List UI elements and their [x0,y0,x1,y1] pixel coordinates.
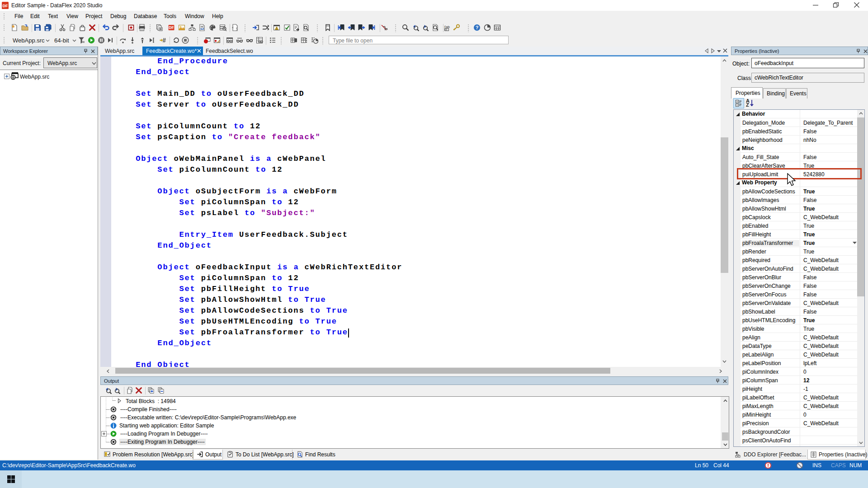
svg-text:DF: DF [3,4,8,8]
svg-text:!: ! [105,452,107,456]
svg-text:DF: DF [169,25,174,30]
svg-text:?: ? [476,25,479,30]
